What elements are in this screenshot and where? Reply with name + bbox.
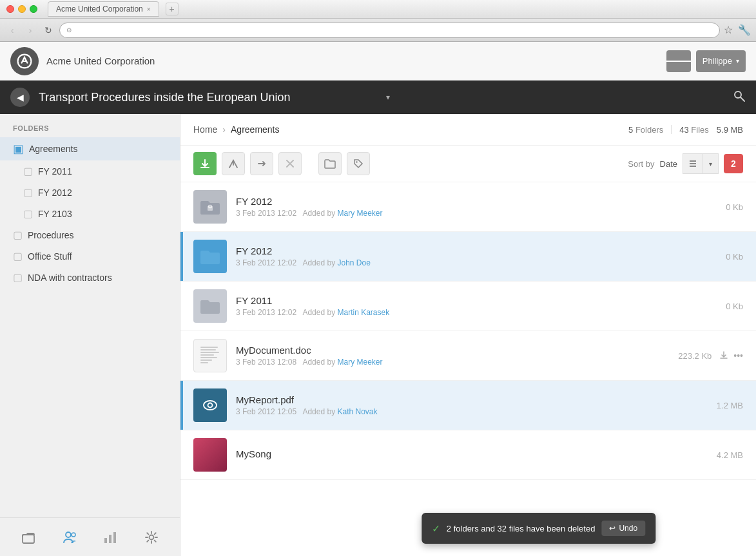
file-size: 0 Kb [726,302,743,311]
file-meta: 3 Feb 2013 12:02 Added by Mary Meeker [236,209,726,218]
traffic-light-minimize[interactable] [18,5,26,13]
nav-bar: ◀ Transport Procedures inside the Europe… [0,81,756,114]
file-info: FY 2012 3 Feb 2013 12:02 Added by Mary M… [236,196,726,218]
traffic-light-close[interactable] [6,5,14,13]
delete-btn[interactable] [278,152,302,175]
file-thumbnail [193,339,227,372]
sidebar-item-fy2012[interactable]: ▢ FY 2012 [0,182,180,203]
folder-gray-icon [199,198,221,216]
sidebar-item-procedures[interactable]: ▢ Procedures [0,224,180,245]
file-meta: 3 Feb 2012 12:02 Added by John Doe [236,258,726,267]
file-size: 4.2 MB [717,450,743,460]
file-info: MyDocument.doc 3 Feb 2013 12:08 Added by… [236,345,678,367]
gear-icon [144,530,159,544]
svg-rect-5 [104,538,107,543]
content-header: Home › Agreements 5 Folders 43 Files 5.9… [180,114,756,146]
app-header: Acme United Corporation Philippe ▾ [0,42,756,81]
view-dropdown-btn[interactable]: ▾ [703,153,719,174]
sidebar-item-label: FY 2011 [38,166,72,177]
new-folder-btn[interactable] [318,152,342,175]
toast-notification: ✓ 2 folders and 32 files have been delet… [422,513,655,544]
file-meta: 3 Feb 2013 12:02 Added by Martin Karasek [236,308,726,317]
header-right: Philippe ▾ [666,50,746,72]
app-company-name: Acme United Corporation [46,55,666,66]
sidebar-footer-stats-btn[interactable] [99,526,122,549]
download-btn[interactable] [193,152,217,175]
nav-back-btn[interactable]: ◀ [10,88,30,107]
file-item-mydocument[interactable]: MyDocument.doc 3 Feb 2013 12:08 Added by… [180,331,756,381]
nav-search-btn[interactable] [733,90,746,106]
file-download-btn[interactable] [719,350,728,361]
file-name: MySong [236,448,717,459]
delete-icon [285,158,295,169]
svg-rect-2 [23,535,34,543]
sidebar-footer-people-btn[interactable] [58,526,81,549]
file-name: MyReport.pdf [236,394,717,405]
file-more-btn[interactable]: ••• [733,350,743,361]
file-meta: 3 Feb 2013 12:08 Added by Mary Meeker [236,358,678,367]
folder-closed-icon: ▢ [13,271,23,283]
file-item-myreport[interactable]: MyReport.pdf 3 Feb 2012 12:05 Added by K… [180,381,756,430]
file-thumbnail [193,289,227,323]
tag-btn[interactable] [347,152,370,175]
folder-closed-icon: ▢ [13,250,23,262]
back-btn[interactable]: ‹ [5,23,19,37]
tab-title: Acme United Corporation [56,5,143,14]
new-tab-btn[interactable]: + [166,3,179,15]
refresh-btn[interactable]: ↻ [41,23,55,37]
user-menu-btn[interactable]: Philippe ▾ [696,50,746,72]
svg-point-4 [72,533,75,537]
user-name-label: Philippe [703,56,732,66]
sidebar-item-agreements[interactable]: ▣ Agreements [0,137,180,160]
file-size: 1.2 MB [717,401,743,410]
breadcrumb-home[interactable]: Home [193,124,217,135]
list-view-btn[interactable] [683,153,703,174]
sidebar-item-fy2103[interactable]: ▢ FY 2103 [0,203,180,224]
file-size: 223.2 Kb [678,351,712,361]
move-btn[interactable] [250,152,273,175]
browser-tab[interactable]: Acme United Corporation × [48,1,159,17]
sidebar-item-label: Agreements [29,144,77,154]
svg-rect-7 [113,532,116,543]
forward-btn[interactable]: › [23,23,37,37]
file-item-fy2011[interactable]: FY 2011 3 Feb 2013 12:02 Added by Martin… [180,282,756,331]
settings-btn[interactable]: 🔧 [738,24,751,36]
address-bar[interactable]: ⊙ [59,23,720,38]
browser-titlebar: Acme United Corporation × + [0,0,756,18]
share-btn[interactable] [222,152,245,175]
hamburger-menu-btn[interactable] [666,50,691,72]
undo-arrow-icon: ↩ [609,524,615,533]
undo-btn[interactable]: ↩ Undo [601,521,645,536]
file-info: MySong [236,448,717,461]
sidebar-item-officestuff[interactable]: ▢ Office Stuff [0,245,180,267]
tag-icon [353,158,363,169]
files-count: 43 Files [679,125,709,135]
sidebar-item-nda[interactable]: ▢ NDA with contractors [0,267,180,288]
file-size: 0 Kb [726,202,743,212]
breadcrumb-separator: › [222,124,226,135]
sidebar-item-fy2011[interactable]: ▢ FY 2011 [0,160,180,182]
folder-blue-icon [199,247,221,265]
browser-toolbar: ‹ › ↻ ⊙ ☆ 🔧 [0,18,756,41]
traffic-light-maximize[interactable] [30,5,37,13]
sidebar-footer-folders-btn[interactable] [17,526,40,549]
total-size: 5.9 MB [717,125,743,135]
sort-value[interactable]: Date [660,159,677,169]
file-info: FY 2012 3 Feb 2012 12:02 Added by John D… [236,245,726,267]
file-item-fy2012-blue[interactable]: FY 2012 3 Feb 2012 12:02 Added by John D… [180,232,756,282]
content-toolbar: Sort by Date ▾ 2 [180,146,756,182]
share-icon [228,158,238,169]
sort-label: Sort by [628,159,654,169]
new-folder-icon [324,158,336,169]
file-name: FY 2011 [236,295,726,306]
bookmark-btn[interactable]: ☆ [724,24,733,36]
svg-point-20 [204,401,217,410]
file-item-mysong[interactable]: MySong 4.2 MB [180,430,756,480]
nav-title-arrow-icon[interactable]: ▾ [386,93,390,102]
file-item-fy2012-locked[interactable]: FY 2012 3 Feb 2013 12:02 Added by Mary M… [180,182,756,232]
tab-close-btn[interactable]: × [147,6,151,13]
folder-icon [21,530,35,544]
sidebar-footer-settings-btn[interactable] [140,526,163,549]
nav-title: Transport Procedures inside the European… [39,91,382,104]
app-container: Acme United Corporation Philippe ▾ ◀ Tra… [0,42,756,556]
